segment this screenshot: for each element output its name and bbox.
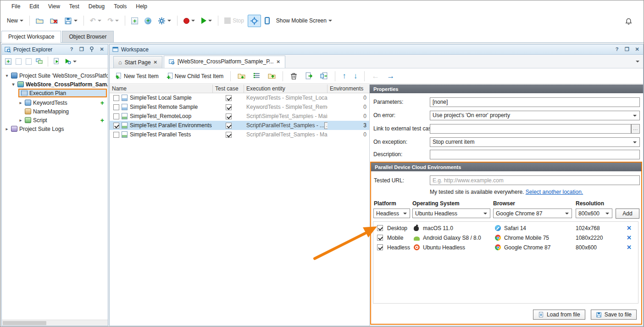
link-to-external-test-case-field[interactable]: [430, 124, 631, 134]
maximize-icon[interactable]: ❐: [78, 46, 85, 53]
row-checkbox[interactable]: [113, 113, 119, 119]
delete-item-button[interactable]: [287, 70, 300, 82]
record-test-button[interactable]: [181, 15, 198, 27]
mobile-screen-button[interactable]: [262, 15, 272, 27]
test-case-checkbox[interactable]: [226, 113, 232, 119]
tree-item-execution-plan[interactable]: Execution Plan: [18, 89, 107, 97]
environment-row[interactable]: Headless Ubuntu Headless Google Chrome 8…: [373, 242, 638, 252]
menu-file[interactable]: File: [7, 1, 25, 11]
redo-button[interactable]: ↷: [105, 14, 122, 27]
tab-list-chevron-icon[interactable]: [636, 61, 639, 64]
test-case-checkbox[interactable]: [226, 123, 232, 129]
help-icon[interactable]: ?: [68, 46, 75, 53]
collapse-icon[interactable]: ▾: [11, 82, 16, 87]
collapse-icon[interactable]: ▾: [5, 73, 9, 78]
add-script-button[interactable]: +: [100, 117, 107, 124]
object-spy-button[interactable]: [248, 15, 261, 27]
column-header-name[interactable]: Name: [110, 85, 213, 93]
row-checkbox[interactable]: [113, 123, 119, 129]
outdent-item-button[interactable]: ←: [369, 69, 382, 83]
ungroup-button[interactable]: [265, 70, 278, 82]
table-row[interactable]: SimpleTest Remote Sample KeywordTests - …: [110, 102, 369, 112]
expand-icon[interactable]: ▸: [5, 126, 9, 131]
add-new-project-item-button[interactable]: +: [4, 56, 13, 68]
delete-environment-icon[interactable]: ✕: [627, 234, 632, 241]
environment-checkbox[interactable]: [377, 225, 383, 231]
expand-icon[interactable]: ▸: [18, 100, 23, 105]
environment-checkbox[interactable]: [377, 244, 383, 250]
delete-environment-icon[interactable]: ✕: [627, 244, 632, 251]
open-item-button[interactable]: [24, 56, 33, 68]
environment-row[interactable]: Mobile Android Galaxy S8 / 8.0 Chrome Mo…: [373, 233, 638, 242]
menu-help[interactable]: Help: [131, 1, 152, 11]
tab-start-page[interactable]: ⌂ Start Page ✕: [113, 56, 162, 68]
notifications-button[interactable]: [622, 15, 635, 27]
tab-project-workspace[interactable]: Project Workspace: [1, 31, 61, 43]
tree-item-script[interactable]: ▸ Script +: [18, 116, 107, 124]
parameters-field[interactable]: [430, 97, 640, 107]
tree-item-project-suite-logs[interactable]: ▸ Project Suite Logs: [5, 124, 64, 133]
run-with-options-button[interactable]: [63, 56, 78, 68]
menu-edit[interactable]: Edit: [25, 1, 44, 11]
menu-test[interactable]: Test: [65, 1, 84, 11]
save-button[interactable]: [61, 15, 80, 27]
row-checkbox[interactable]: [113, 132, 119, 138]
group-list-button[interactable]: [250, 70, 263, 82]
close-file-button[interactable]: [47, 15, 61, 27]
close-icon[interactable]: ✕: [634, 46, 640, 52]
on-error-dropdown[interactable]: Use project's 'On error' property: [430, 111, 640, 120]
run-test-button[interactable]: [199, 15, 215, 27]
table-row[interactable]: SimpleTest Parallel Tests Script\Paralle…: [110, 130, 369, 139]
test-case-checkbox[interactable]: [226, 95, 232, 101]
close-icon[interactable]: ✕: [277, 59, 280, 64]
scrollbar-thumb[interactable]: [3, 321, 46, 325]
expand-icon[interactable]: ▸: [18, 118, 23, 123]
tree-item-project-suite[interactable]: ▾ Project Suite 'WebStore_CrossPlatform.…: [5, 71, 108, 80]
new-group-button[interactable]: [235, 70, 248, 82]
table-row[interactable]: SimpleTest_RemoteLoop Script\SimpleTest_…: [110, 112, 369, 121]
maximize-icon[interactable]: ❐: [624, 46, 630, 52]
new-button[interactable]: New: [4, 15, 26, 27]
horizontal-scrollbar[interactable]: [2, 320, 108, 326]
new-child-test-item-button[interactable]: New Child Test Item: [163, 70, 226, 82]
view-organizer-button[interactable]: [34, 56, 44, 68]
move-up-button[interactable]: ↑: [339, 69, 349, 83]
test-case-checkbox[interactable]: [226, 132, 232, 138]
indent-item-button[interactable]: →: [384, 69, 397, 83]
open-file-button[interactable]: [33, 15, 46, 27]
row-checkbox[interactable]: [113, 104, 119, 110]
new-test-item-button[interactable]: New Test Item: [112, 70, 161, 82]
close-icon[interactable]: ✕: [154, 60, 157, 65]
add-keyword-test-button[interactable]: +: [100, 99, 107, 107]
pin-icon[interactable]: [89, 46, 95, 53]
table-row-selected[interactable]: SimpleTest Parallel Environments Script\…: [110, 121, 369, 130]
column-header-environments[interactable]: Environments: [328, 85, 369, 93]
save-to-file-button[interactable]: Save to file: [591, 310, 637, 320]
run-selected-button[interactable]: [52, 56, 61, 68]
tab-execution-plan-editor[interactable]: [WebStore_CrossPlatform_Sample_P... ✕: [164, 56, 285, 68]
table-row[interactable]: SimpleTest Local Sample KeywordTests - S…: [110, 93, 369, 102]
row-checkbox[interactable]: [113, 95, 119, 101]
delete-environment-icon[interactable]: ✕: [627, 225, 632, 231]
column-header-execution-entity[interactable]: Execution entity: [244, 85, 328, 93]
resolution-dropdown[interactable]: 800x600: [576, 209, 612, 218]
menu-debug[interactable]: Debug: [84, 1, 109, 11]
tree-item-project[interactable]: ▾ WebStore_CrossPlatform_Sam...: [11, 80, 108, 89]
paste-items-button[interactable]: [317, 70, 331, 82]
tab-object-browser[interactable]: Object Browser: [62, 31, 113, 42]
load-from-file-button[interactable]: Load from file: [533, 310, 585, 320]
operating-system-dropdown[interactable]: Ubuntu Headless: [412, 209, 490, 218]
help-icon[interactable]: ?: [614, 46, 620, 52]
add-web-test-button[interactable]: +: [142, 15, 154, 27]
environment-row[interactable]: Desktop macOS 11.0 Safari 14 1024x768 ✕: [373, 223, 638, 233]
add-environment-button[interactable]: Add: [616, 209, 639, 219]
test-case-checkbox[interactable]: [226, 104, 232, 110]
copy-items-button[interactable]: [302, 70, 316, 82]
tested-url-input[interactable]: [430, 175, 640, 185]
stop-button[interactable]: Stop: [222, 15, 247, 27]
browse-link-button[interactable]: ...: [631, 124, 640, 134]
move-down-button[interactable]: ↓: [351, 69, 361, 83]
add-new-item-button[interactable]: +: [128, 15, 141, 27]
platform-dropdown[interactable]: Headless: [373, 209, 410, 218]
close-icon[interactable]: ✕: [99, 46, 105, 53]
